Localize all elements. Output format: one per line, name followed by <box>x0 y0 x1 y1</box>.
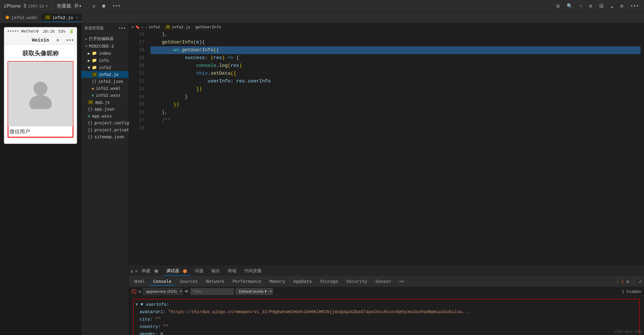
breadcrumb-sep1: › <box>162 25 164 29</box>
hot-reload-label[interactable]: 热重载 开▾ <box>57 3 82 9</box>
sidebar-more-icon[interactable]: ••• <box>118 26 126 30</box>
devtab-console[interactable]: Console <box>149 278 175 286</box>
code-line-21: this.setData({ <box>150 70 640 77</box>
layout-icon[interactable]: ⊞ <box>619 2 625 9</box>
tab-build[interactable]: 构建 4 <box>138 267 162 276</box>
save-icon[interactable]: 🖫 <box>597 2 606 9</box>
devtools-more-icon[interactable]: ⋮ <box>632 279 636 284</box>
phone-status-bar: ••••• WeChat令 20:16 53% 🔋 <box>4 27 77 35</box>
wxss-icon2: ≡ <box>88 114 90 118</box>
avatarurl-val: "https://thirdwx.qlogo.cn/mmopen/vi_32/P… <box>168 310 470 315</box>
tab-terminal[interactable]: 终端 <box>224 267 240 276</box>
code-line-17: getUserInfo(e){ <box>150 38 640 46</box>
js-icon: JS <box>44 15 50 20</box>
bottom-tabs-bar: ∧ ✕ 构建 4 调试器 1 问题 输出 终端 <box>129 266 644 276</box>
console-filter-input[interactable] <box>190 288 234 295</box>
tab-wxml[interactable]: 🔶 info2.wxml <box>2 14 41 22</box>
sidebar-item-appwxss[interactable]: ≡ app.wxss <box>81 112 129 119</box>
devtab-performance[interactable]: Performance <box>229 278 265 286</box>
sidebar-open-editors[interactable]: ▶ 打开的编辑器 <box>81 35 129 43</box>
watermark: CSDN @huf_666 <box>614 330 642 334</box>
tab-js[interactable]: JS info2.js ✕ <box>41 14 82 22</box>
file-label: info2.js <box>99 72 119 77</box>
code-area[interactable]: }, getUserInfo(e){ wx.getUserInfo({ succ… <box>147 31 644 266</box>
devtab-more[interactable]: >> <box>396 278 408 286</box>
phone-panel: ••••• WeChat令 20:16 53% 🔋 Weixin ••• ⊙ 获… <box>0 23 81 335</box>
sidebar-item-info2-js[interactable]: JS info2.js <box>81 71 129 78</box>
avatarurl-key: avatarUrl: <box>140 310 166 315</box>
devtab-sources[interactable]: Sources <box>176 278 202 286</box>
appservice-select[interactable]: appservice (#24) <box>143 288 183 295</box>
code-line-23: }) <box>150 85 640 93</box>
grid-icon[interactable]: ⊞ <box>588 2 594 9</box>
sidebar-item-info2-wxss[interactable]: ≡ info2.wxss <box>81 92 129 99</box>
tab-quality[interactable]: 代码质量 <box>241 267 265 276</box>
sidebar-project[interactable]: ▼ MINICODE-2 <box>81 43 129 49</box>
devtab-storage[interactable]: Storage <box>316 278 342 286</box>
sidebar-item-projectprivate[interactable]: {} project.private.config... <box>81 126 129 133</box>
tab-output[interactable]: 输出 <box>208 267 224 276</box>
sidebar-item-sitemap[interactable]: {} sitemap.json <box>81 133 129 140</box>
eye-icon[interactable]: 👁 <box>184 289 189 294</box>
breadcrumb-sep2: › <box>192 25 194 29</box>
devtab-security[interactable]: Security <box>342 278 371 286</box>
devtab-security-label: Security <box>346 279 367 284</box>
log-levels-select[interactable]: Default levels ▾ <box>236 288 273 295</box>
sidebar-item-info[interactable]: ▶ 📁 info <box>81 57 129 64</box>
sidebar-item-info2-wxml[interactable]: ◈ info2.wxml <box>81 85 129 92</box>
sidebar-item-info2-json[interactable]: {} info2.json <box>81 78 129 85</box>
devtools-expand-icon[interactable]: ⤢ <box>638 279 642 284</box>
tab-problems[interactable]: 问题 <box>192 267 207 276</box>
gender-key: gender: <box>140 332 158 335</box>
close-panel-icon[interactable]: ✕ <box>135 269 138 274</box>
devtab-sensor[interactable]: Sensor <box>372 278 395 286</box>
breadcrumb-func: getUserInfo <box>195 25 221 29</box>
sidebar-item-appjson[interactable]: {} app.json <box>81 106 129 112</box>
console-filter-icon[interactable]: ⊘ <box>138 289 141 294</box>
expand-icon[interactable]: ▼ <box>135 302 138 307</box>
json-icon3: {} <box>88 127 93 132</box>
sidebar-item-index[interactable]: ▶ 📁 index <box>81 49 129 57</box>
settings-icon[interactable]: ⚙ <box>626 279 629 284</box>
collapse-icon[interactable]: ∧ <box>130 269 133 274</box>
play-icon[interactable]: ⏺ <box>100 2 108 9</box>
breadcrumb-root: info2 <box>148 25 160 29</box>
file-label: info2.wxss <box>96 93 120 98</box>
sidebar-item-projectconfig[interactable]: {} project.config.json <box>81 119 129 126</box>
file-label: info <box>99 58 109 63</box>
devtab-wxml[interactable]: Wxml <box>130 278 149 286</box>
phone-camera-icon[interactable]: ⊙ <box>56 37 59 43</box>
devtab-memory[interactable]: Memory <box>266 278 289 286</box>
toolbar-right: ⧉ 🔍 ⑂ ⊞ 🖫 ☁ ⊞ ••• <box>554 2 641 9</box>
breadcrumb-forward-icon[interactable]: → <box>145 25 147 29</box>
console-clear-icon[interactable]: 🚫 <box>132 289 137 294</box>
tab-build-label: 构建 <box>142 268 150 273</box>
more-right-icon[interactable]: ••• <box>628 2 640 9</box>
device-selector[interactable]: iPhone 5 100% 16 ▾ <box>4 3 48 9</box>
devtab-sensor-label: Sensor <box>376 279 391 284</box>
more-icon[interactable]: ••• <box>110 2 122 9</box>
tab-debugger[interactable]: 调试器 1 <box>163 267 190 276</box>
tab-terminal-label: 终端 <box>228 268 236 273</box>
zoom-label: 100% <box>28 4 38 8</box>
tab-debugger-badge: 1 <box>183 269 187 273</box>
sidebar-item-appjs[interactable]: JS app.js <box>81 99 129 106</box>
console-country-row: country: "" <box>135 323 638 331</box>
search-icon[interactable]: 🔍 <box>565 2 574 9</box>
devtab-network[interactable]: Network <box>202 278 228 286</box>
file-label: info2.json <box>98 79 123 84</box>
svg-point-0 <box>34 82 48 95</box>
tab-problems-label: 问题 <box>195 268 204 273</box>
copy-icon[interactable]: ⧉ <box>554 2 562 9</box>
devtab-memory-label: Memory <box>270 279 285 284</box>
branch-icon[interactable]: ⑂ <box>578 2 584 9</box>
phone-menu-icon[interactable]: ••• <box>66 37 74 43</box>
tab-close-icon[interactable]: ✕ <box>76 15 78 20</box>
refresh-icon[interactable]: ↺ <box>90 2 97 9</box>
cloud-icon[interactable]: ☁ <box>609 2 615 9</box>
devtab-appdata[interactable]: AppData <box>290 278 316 286</box>
code-line-28: /** <box>150 116 640 124</box>
breadcrumb-back-icon[interactable]: ← <box>141 25 144 29</box>
phone-avatar-container[interactable]: 微信用户 <box>8 61 74 138</box>
sidebar-item-info2[interactable]: ▼ 📁 info2 <box>81 64 129 71</box>
